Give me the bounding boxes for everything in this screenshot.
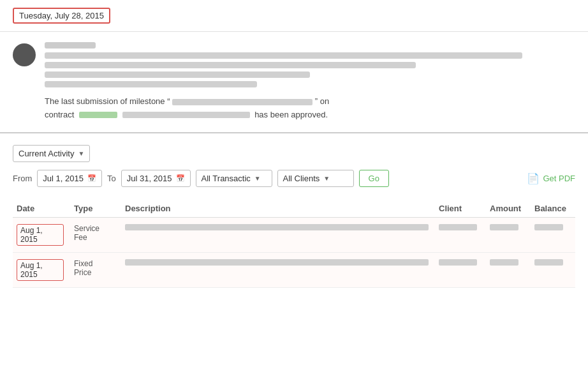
to-date-value: Jul 31, 2015: [127, 174, 172, 183]
dropdown-arrow-icon: ▼: [78, 150, 84, 157]
row-2-amount-cell: [486, 252, 531, 287]
calendar-icon-to: 📅: [176, 174, 185, 183]
feed-user-name: [45, 42, 96, 49]
contract-name-blurred: [122, 112, 250, 118]
row-2-date-cell: Aug 1, 2015: [13, 252, 70, 287]
row-1-amount-cell: [486, 217, 531, 252]
table-header-row: Date Type Description Client Amount Bala…: [13, 200, 575, 218]
row-2-type-label: Fixed Price: [74, 259, 92, 277]
go-button[interactable]: Go: [359, 170, 389, 187]
to-label: To: [107, 174, 116, 183]
transaction-dropdown-arrow-icon: ▼: [254, 175, 261, 182]
activity-toolbar: Current Activity ▼: [13, 145, 575, 162]
row-1-client-cell: [435, 217, 486, 252]
activity-table: Date Type Description Client Amount Bala…: [13, 200, 575, 288]
row-1-date-cell: Aug 1, 2015: [13, 217, 70, 252]
col-header-balance: Balance: [531, 200, 575, 218]
row-2-client-blurred: [439, 259, 477, 266]
to-date-input[interactable]: Jul 31, 2015 📅: [121, 170, 191, 187]
transaction-type-label: All Transactic: [202, 174, 251, 183]
col-header-client: Client: [435, 200, 486, 218]
col-header-amount: Amount: [486, 200, 531, 218]
table-row: Aug 1, 2015 Service Fee: [13, 217, 575, 252]
avatar: [13, 43, 36, 66]
contract-id-blurred: [79, 112, 117, 118]
get-pdf-link[interactable]: 📄 Get PDF: [527, 172, 575, 184]
col-header-type: Type: [70, 200, 121, 218]
row-1-amount-blurred: [490, 224, 518, 230]
table-row: Aug 1, 2015 Fixed Price: [13, 252, 575, 287]
date-badge: Tuesday, July 28, 2015: [13, 8, 110, 24]
feed-message-middle: ” on: [315, 96, 329, 106]
feed-message: The last submission of milestone “ ” on …: [45, 95, 575, 122]
row-2-type-cell: Fixed Price: [70, 252, 121, 287]
feed-line-1: [45, 52, 522, 59]
col-header-description: Description: [121, 200, 435, 218]
calendar-icon-from: 📅: [87, 174, 96, 183]
row-2-amount-blurred: [490, 259, 518, 266]
feed-message-suffix: has been approved.: [254, 110, 328, 119]
client-dropdown-arrow-icon: ▼: [323, 175, 330, 182]
from-date-value: Jul 1, 2015: [43, 174, 84, 183]
row-1-desc-blurred: [125, 224, 429, 230]
feed-line-3: [45, 71, 310, 78]
date-header-section: Tuesday, July 28, 2015: [0, 0, 588, 32]
feed-line-4: [45, 81, 257, 87]
milestone-name-blurred: [172, 99, 312, 105]
client-dropdown-label: All Clients: [283, 174, 320, 183]
row-2-balance-cell: [531, 252, 575, 287]
activity-type-dropdown[interactable]: Current Activity ▼: [13, 145, 90, 162]
row-2-client-cell: [435, 252, 486, 287]
row-2-desc-cell: [121, 252, 435, 287]
transaction-type-dropdown[interactable]: All Transactic ▼: [196, 170, 272, 187]
row-1-client-blurred: [439, 224, 477, 230]
row-1-type-label: Service Fee: [74, 224, 99, 242]
from-date-input[interactable]: Jul 1, 2015 📅: [37, 170, 102, 187]
activity-section: Current Activity ▼ From Jul 1, 2015 📅 To…: [0, 133, 588, 299]
feed-content: The last submission of milestone “ ” on …: [45, 42, 575, 122]
row-1-type-cell: Service Fee: [70, 217, 121, 252]
activity-type-label: Current Activity: [18, 149, 74, 158]
activity-feed: The last submission of milestone “ ” on …: [0, 32, 588, 133]
col-header-date: Date: [13, 200, 70, 218]
pdf-icon: 📄: [527, 172, 540, 184]
row-2-balance-blurred: [534, 259, 563, 266]
row-1-date-badge: Aug 1, 2015: [17, 224, 64, 246]
row-2-desc-blurred: [125, 259, 429, 266]
from-label: From: [13, 174, 32, 183]
pdf-label: Get PDF: [543, 174, 575, 183]
row-1-balance-cell: [531, 217, 575, 252]
feed-line-2: [45, 62, 416, 68]
feed-message-prefix: The last submission of milestone “: [45, 96, 170, 106]
filter-row: From Jul 1, 2015 📅 To Jul 31, 2015 📅 All…: [13, 170, 575, 187]
row-1-balance-blurred: [534, 224, 563, 230]
row-2-date-badge: Aug 1, 2015: [17, 259, 64, 281]
client-dropdown[interactable]: All Clients ▼: [277, 170, 354, 187]
feed-contract-prefix: contract: [45, 110, 74, 119]
row-1-desc-cell: [121, 217, 435, 252]
